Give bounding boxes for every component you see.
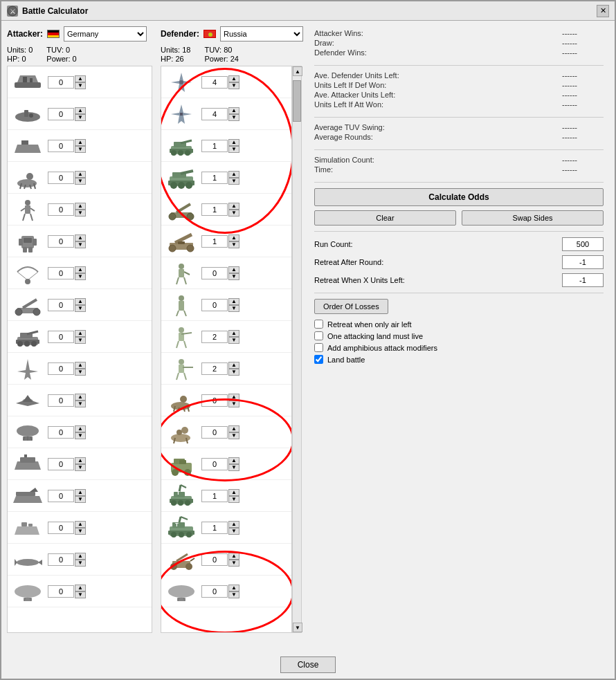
attacker-fighter-down[interactable]: ▼	[75, 369, 86, 376]
defender-heavytank-up[interactable]: ▲	[228, 171, 239, 178]
attacker-transport-input[interactable]	[48, 458, 74, 470]
one-attacking-land-checkbox[interactable]	[314, 331, 323, 340]
attacker-torpedo-up[interactable]: ▲	[75, 553, 86, 560]
attacker-destroyer-up[interactable]: ▲	[75, 139, 86, 146]
attacker-artillery-down[interactable]: ▼	[75, 305, 86, 312]
defender-mechcav-down[interactable]: ▼	[228, 464, 239, 471]
defender-cossack-input[interactable]	[201, 426, 228, 439]
defender-heavytank-input[interactable]	[201, 172, 228, 184]
retreat-air-checkbox[interactable]	[314, 320, 323, 329]
defender-mechcav-up[interactable]: ▲	[228, 457, 239, 464]
attacker-zeppelin-up[interactable]: ▲	[75, 585, 86, 591]
attacker-infantry-down[interactable]: ▼	[75, 210, 86, 217]
retreat-when-x-input[interactable]	[562, 273, 604, 287]
defender-fighter2-down[interactable]: ▼	[228, 114, 239, 121]
attacker-para-up[interactable]: ▲	[75, 266, 86, 273]
retreat-after-round-input[interactable]	[562, 255, 604, 269]
defender-aatank1-input[interactable]	[201, 490, 228, 502]
attacker-destroyer-input[interactable]	[48, 140, 74, 152]
attacker-torpedo-down[interactable]: ▼	[75, 560, 86, 567]
defender-art1-down[interactable]: ▼	[228, 210, 239, 217]
defender-cavalry-down[interactable]: ▼	[228, 401, 239, 407]
defender-zep-input[interactable]	[201, 585, 228, 598]
defender-cossack-down[interactable]: ▼	[228, 432, 239, 439]
defender-fighter1-down[interactable]: ▼	[228, 82, 239, 89]
attacker-mech-down[interactable]: ▼	[75, 241, 86, 248]
defender-aatank2-input[interactable]	[201, 522, 228, 534]
attacker-fighter-input[interactable]	[48, 362, 74, 375]
scrollbar-thumb[interactable]	[293, 80, 301, 122]
defender-zep-down[interactable]: ▼	[228, 591, 239, 598]
attacker-transport-up[interactable]: ▲	[75, 457, 86, 464]
defender-sniper2-up[interactable]: ▲	[228, 362, 239, 369]
attacker-infantry-input[interactable]	[48, 203, 74, 216]
attacker-airship-up[interactable]: ▲	[75, 425, 86, 432]
defender-inf1-up[interactable]: ▲	[228, 266, 239, 273]
attacker-zeppelin-input[interactable]	[48, 585, 74, 598]
defender-sniper1-up[interactable]: ▲	[228, 330, 239, 337]
attacker-submarine-down[interactable]: ▼	[75, 114, 86, 121]
defender-inf2-input[interactable]	[201, 299, 228, 311]
defender-art2-down[interactable]: ▼	[228, 241, 239, 248]
defender-cavalry-up[interactable]: ▲	[228, 394, 239, 401]
attacker-tank-input[interactable]	[48, 331, 74, 343]
defender-aatank2-up[interactable]: ▲	[228, 521, 239, 528]
attacker-destroyer-down[interactable]: ▼	[75, 146, 86, 153]
attacker-para-input[interactable]	[48, 267, 74, 279]
attacker-carrier-down[interactable]: ▼	[75, 496, 86, 503]
defender-aatank2-down[interactable]: ▼	[228, 528, 239, 535]
defender-mechcav-input[interactable]	[201, 458, 228, 470]
attacker-zeppelin-down[interactable]: ▼	[75, 591, 86, 598]
attacker-infantry-up[interactable]: ▲	[75, 203, 86, 210]
defender-art2-input[interactable]	[201, 235, 228, 248]
calculate-odds-button[interactable]: Calculate Odds	[314, 188, 604, 206]
defender-scrollbar[interactable]: ▲ ▼	[292, 66, 302, 633]
attacker-tank-down[interactable]: ▼	[75, 337, 86, 344]
defender-art1-input[interactable]	[201, 203, 228, 216]
attacker-submarine-input[interactable]	[48, 108, 74, 120]
attacker-cruiser-up[interactable]: ▲	[75, 521, 86, 528]
defender-artcart-up[interactable]: ▲	[228, 553, 239, 560]
window-close-button[interactable]: ✕	[597, 5, 609, 17]
defender-fighter2-input[interactable]	[201, 108, 228, 120]
defender-inf1-input[interactable]	[201, 267, 228, 279]
defender-inf2-down[interactable]: ▼	[228, 305, 239, 312]
attacker-torpedo-input[interactable]	[48, 553, 74, 566]
attacker-cavalry-input[interactable]	[48, 172, 74, 184]
defender-artcart-down[interactable]: ▼	[228, 560, 239, 567]
attacker-para-down[interactable]: ▼	[75, 273, 86, 280]
attacker-bomber-down[interactable]: ▼	[75, 401, 86, 407]
attacker-carrier-input[interactable]	[48, 490, 74, 502]
attacker-submarine-up[interactable]: ▲	[75, 107, 86, 114]
attacker-carrier-up[interactable]: ▲	[75, 489, 86, 496]
attacker-transport-down[interactable]: ▼	[75, 464, 86, 471]
attacker-battleship-input[interactable]	[48, 76, 74, 89]
scroll-down-arrow[interactable]: ▼	[293, 623, 302, 632]
close-button[interactable]: Close	[280, 656, 336, 673]
attacker-tank-up[interactable]: ▲	[75, 330, 86, 337]
land-battle-checkbox[interactable]	[314, 355, 323, 364]
defender-sniper1-down[interactable]: ▼	[228, 337, 239, 344]
clear-button[interactable]: Clear	[314, 210, 456, 226]
attacker-bomber-input[interactable]	[48, 394, 74, 407]
defender-zep-up[interactable]: ▲	[228, 585, 239, 591]
attacker-artillery-input[interactable]	[48, 299, 74, 311]
attacker-battleship-up[interactable]: ▲	[75, 75, 86, 82]
attacker-artillery-up[interactable]: ▲	[75, 298, 86, 305]
attacker-airship-input[interactable]	[48, 426, 74, 439]
defender-sniper1-input[interactable]	[201, 331, 228, 343]
defender-sniper2-down[interactable]: ▼	[228, 369, 239, 376]
swap-sides-button[interactable]: Swap Sides	[462, 210, 604, 226]
defender-art2-up[interactable]: ▲	[228, 235, 239, 241]
defender-country-select[interactable]: Russia Germany USA	[220, 26, 303, 42]
defender-fighter1-input[interactable]	[201, 76, 228, 89]
defender-artcart-input[interactable]	[201, 553, 228, 566]
run-count-input[interactable]	[562, 237, 604, 251]
scroll-up-arrow[interactable]: ▲	[293, 66, 302, 76]
attacker-airship-down[interactable]: ▼	[75, 432, 86, 439]
amphibious-checkbox[interactable]	[314, 343, 323, 352]
defender-art1-up[interactable]: ▲	[228, 203, 239, 210]
defender-sniper2-input[interactable]	[201, 362, 228, 375]
defender-tank1-down[interactable]: ▼	[228, 146, 239, 153]
defender-cavalry-input[interactable]	[201, 394, 228, 407]
